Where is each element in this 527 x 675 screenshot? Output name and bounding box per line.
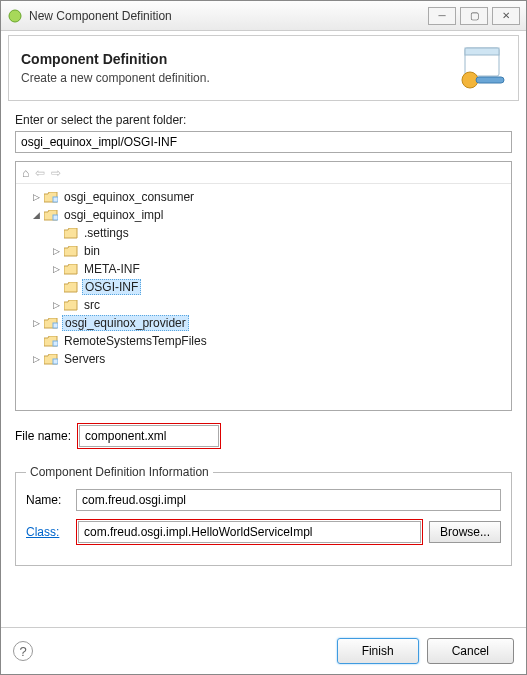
tree-node-label: META-INF [82,262,142,276]
back-icon[interactable]: ⇦ [35,166,45,180]
browse-button[interactable]: Browse... [429,521,501,543]
close-button[interactable]: ✕ [492,7,520,25]
tree-node-label: osgi_equinox_consumer [62,190,196,204]
class-input[interactable] [78,521,421,543]
tree-node[interactable]: ◢osgi_equinox_impl [20,206,507,224]
help-icon[interactable]: ? [13,641,33,661]
tree-node-label: src [82,298,102,312]
tree-node-label: RemoteSystemsTempFiles [62,334,209,348]
tree-node[interactable]: ▷Servers [20,350,507,368]
tree-node-label: OSGI-INF [82,279,141,295]
tree-node[interactable]: .settings [20,224,507,242]
folder-icon [64,282,78,293]
banner: Component Definition Create a new compon… [8,35,519,101]
footer: ? Finish Cancel [1,627,526,674]
expand-icon[interactable]: ▷ [28,192,44,202]
home-icon[interactable]: ⌂ [22,166,29,180]
wizard-icon [450,46,506,90]
tree-body[interactable]: ▷osgi_equinox_consumer◢osgi_equinox_impl… [16,184,511,410]
svg-rect-2 [465,48,499,55]
tree-node[interactable]: ▷META-INF [20,260,507,278]
tree-node[interactable]: ▷bin [20,242,507,260]
titlebar: New Component Definition ─ ▢ ✕ [1,1,526,31]
svg-rect-4 [476,77,504,83]
folder-icon [64,246,78,257]
app-icon [7,8,23,24]
expand-icon[interactable]: ▷ [28,354,44,364]
component-info-group: Component Definition Information Name: C… [15,465,512,566]
expand-icon[interactable]: ▷ [48,246,64,256]
svg-rect-5 [53,197,58,202]
svg-point-0 [9,10,21,22]
folder-tree: ⌂ ⇦ ⇨ ▷osgi_equinox_consumer◢osgi_equino… [15,161,512,411]
project-icon [44,318,58,329]
finish-button[interactable]: Finish [337,638,419,664]
cancel-button[interactable]: Cancel [427,638,514,664]
tree-node-label: osgi_equinox_provider [62,315,189,331]
filename-label: File name: [15,429,71,443]
tree-node[interactable]: OSGI-INF [20,278,507,296]
folder-icon [64,228,78,239]
name-input[interactable] [76,489,501,511]
tree-node[interactable]: RemoteSystemsTempFiles [20,332,507,350]
class-label[interactable]: Class: [26,525,70,539]
parent-folder-input[interactable] [15,131,512,153]
name-label: Name: [26,493,70,507]
expand-icon[interactable]: ◢ [28,210,44,220]
expand-icon[interactable]: ▷ [28,318,44,328]
maximize-button[interactable]: ▢ [460,7,488,25]
tree-node[interactable]: ▷src [20,296,507,314]
tree-node-label: Servers [62,352,107,366]
minimize-button[interactable]: ─ [428,7,456,25]
tree-node-label: bin [82,244,102,258]
expand-icon[interactable]: ▷ [48,264,64,274]
tree-node[interactable]: ▷osgi_equinox_consumer [20,188,507,206]
banner-description: Create a new component definition. [21,71,450,85]
project-icon [44,192,58,203]
folder-icon [64,264,78,275]
forward-icon[interactable]: ⇨ [51,166,61,180]
window-title: New Component Definition [29,9,424,23]
project-icon [44,336,58,347]
folder-icon [64,300,78,311]
dialog-window: New Component Definition ─ ▢ ✕ Component… [0,0,527,675]
project-icon [44,210,58,221]
tree-node-label: osgi_equinox_impl [62,208,165,222]
parent-folder-label: Enter or select the parent folder: [15,113,512,127]
project-icon [44,354,58,365]
tree-node-label: .settings [82,226,131,240]
svg-rect-6 [53,215,58,220]
expand-icon[interactable]: ▷ [48,300,64,310]
svg-rect-8 [53,341,58,346]
svg-rect-9 [53,359,58,364]
banner-title: Component Definition [21,51,450,67]
filename-input[interactable] [79,425,219,447]
tree-node[interactable]: ▷osgi_equinox_provider [20,314,507,332]
svg-rect-7 [53,323,58,328]
content-area: Enter or select the parent folder: ⌂ ⇦ ⇨… [1,101,526,627]
group-legend: Component Definition Information [26,465,213,479]
tree-toolbar: ⌂ ⇦ ⇨ [16,162,511,184]
